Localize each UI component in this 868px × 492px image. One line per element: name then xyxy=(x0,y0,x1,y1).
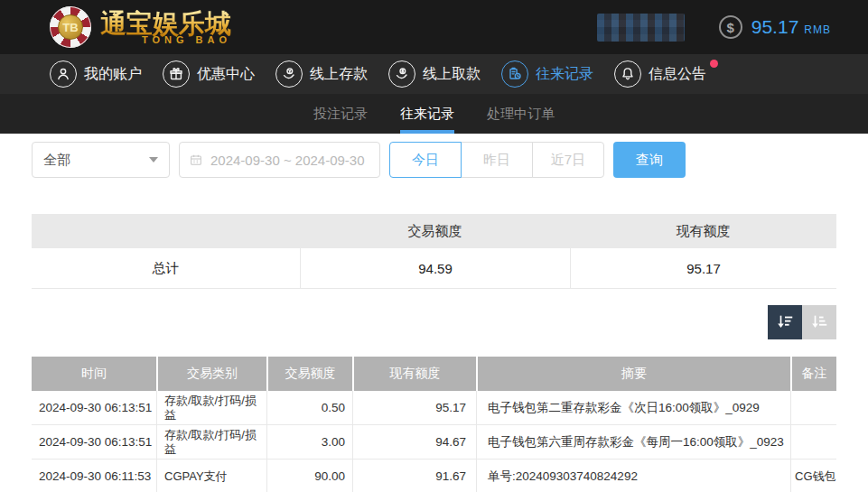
range-yesterday-button[interactable]: 昨日 xyxy=(461,142,533,178)
site-title: 通宝娱乐城 xyxy=(100,10,231,37)
deposit-icon xyxy=(275,60,303,88)
nav-item-promotions[interactable]: 优惠中心 xyxy=(163,60,255,88)
cell-note xyxy=(790,425,836,459)
cell-amount: 90.00 xyxy=(266,460,352,492)
summary-current-total: 95.17 xyxy=(570,248,836,288)
filter-bar: 全部 2024-09-30 ~ 2024-09-30 今日 昨日 近7日 查询 xyxy=(32,142,836,178)
col-header-amount: 交易额度 xyxy=(266,357,352,391)
table-row: 2024-09-30 06:13:51 存款/取款/打码/损益 3.00 94.… xyxy=(32,425,836,460)
cell-note: CG钱包 xyxy=(790,460,836,492)
cell-summary: 电子钱包第六重周存款彩金《每周一16:00领取》_0923 xyxy=(476,425,790,459)
balance-display: $ 95.17 RMB xyxy=(719,15,831,39)
calendar-icon xyxy=(189,153,203,167)
cell-time: 2024-09-30 06:11:53 xyxy=(32,460,156,492)
cell-time: 2024-09-30 06:13:51 xyxy=(32,391,156,424)
sort-ascending-button[interactable] xyxy=(802,305,836,339)
type-filter-value: 全部 xyxy=(43,152,70,169)
cell-amount: 3.00 xyxy=(266,425,352,459)
summary-col-transaction: 交易额度 xyxy=(300,223,570,240)
tab-processing-orders[interactable]: 处理中订单 xyxy=(487,94,555,134)
summary-total-label: 总计 xyxy=(32,248,300,288)
dollar-circle-icon: $ xyxy=(719,15,742,39)
casino-chip-icon: TB xyxy=(50,6,91,48)
summary-table: 交易额度 现有额度 总计 94.59 95.17 xyxy=(32,214,836,289)
sort-controls xyxy=(32,305,836,339)
sort-descending-button[interactable] xyxy=(768,305,802,339)
records-icon xyxy=(501,60,528,88)
sort-descending-icon xyxy=(775,312,795,332)
gift-icon xyxy=(163,60,190,88)
cell-balance: 91.67 xyxy=(352,460,476,492)
nav-item-records[interactable]: 往来记录 xyxy=(501,60,593,88)
table-row: 2024-09-30 06:13:51 存款/取款/打码/损益 0.50 95.… xyxy=(32,391,836,425)
balance-currency: RMB xyxy=(804,23,831,36)
transactions-table: 时间 交易类别 交易额度 现有额度 摘要 备注 2024-09-30 06:13… xyxy=(32,357,836,492)
cell-type: 存款/取款/打码/损益 xyxy=(156,391,266,424)
cell-balance: 95.17 xyxy=(352,391,476,424)
range-today-button[interactable]: 今日 xyxy=(389,142,462,178)
summary-transaction-total: 94.59 xyxy=(300,248,570,288)
table-row: 2024-09-30 06:11:53 CGPAY支付 90.00 91.67 … xyxy=(32,460,836,492)
type-filter-select[interactable]: 全部 xyxy=(32,142,170,178)
tab-betting-records[interactable]: 投注记录 xyxy=(313,94,368,134)
nav-item-my-account[interactable]: 我的账户 xyxy=(50,60,142,88)
col-header-time: 时间 xyxy=(32,357,156,391)
cell-summary: 单号:202409303740824292 xyxy=(476,460,790,492)
chevron-down-icon xyxy=(149,157,158,162)
chip-label: TB xyxy=(58,14,83,40)
summary-col-current: 现有额度 xyxy=(570,223,836,240)
cell-balance: 94.67 xyxy=(352,425,476,459)
main-nav: 我的账户 优惠中心 线上存款 线上取款 往来记录 信息公告 xyxy=(0,54,868,94)
balance-amount: 95.17 xyxy=(751,16,799,38)
user-icon xyxy=(50,60,77,88)
nav-item-announcements[interactable]: 信息公告 xyxy=(614,60,706,88)
col-header-type: 交易类别 xyxy=(156,357,266,391)
search-button[interactable]: 查询 xyxy=(613,142,686,178)
summary-total-row: 总计 94.59 95.17 xyxy=(32,248,836,289)
quick-range-group: 今日 昨日 近7日 xyxy=(389,142,604,178)
nav-item-deposit[interactable]: 线上存款 xyxy=(275,60,368,88)
tab-transaction-records[interactable]: 往来记录 xyxy=(400,94,454,134)
nav-item-withdraw[interactable]: 线上取款 xyxy=(388,60,481,88)
withdraw-icon xyxy=(388,60,415,88)
range-last7days-button[interactable]: 近7日 xyxy=(532,142,604,178)
cell-amount: 0.50 xyxy=(266,391,352,424)
sort-ascending-icon xyxy=(809,312,829,332)
cell-summary: 电子钱包第二重存款彩金《次日16:00领取》_0929 xyxy=(476,391,790,424)
date-range-value: 2024-09-30 ~ 2024-09-30 xyxy=(210,153,365,168)
summary-header-row: 交易额度 现有额度 xyxy=(32,214,836,248)
cell-type: CGPAY支付 xyxy=(156,460,266,492)
bell-icon xyxy=(614,60,641,88)
col-header-note: 备注 xyxy=(790,357,836,391)
main-content: 全部 2024-09-30 ~ 2024-09-30 今日 昨日 近7日 查询 … xyxy=(0,142,868,492)
username-censored xyxy=(597,14,685,42)
cell-time: 2024-09-30 06:13:51 xyxy=(32,425,156,459)
site-logo: TB 通宝娱乐城 TONG BAO xyxy=(50,6,231,48)
col-header-balance: 现有额度 xyxy=(352,357,476,391)
records-subnav: 投注记录 往来记录 处理中订单 xyxy=(0,94,868,134)
cell-type: 存款/取款/打码/损益 xyxy=(156,425,266,459)
cell-note xyxy=(790,391,836,424)
date-range-input[interactable]: 2024-09-30 ~ 2024-09-30 xyxy=(179,142,380,178)
notification-badge-dot xyxy=(710,60,718,68)
top-header: TB 通宝娱乐城 TONG BAO $ 95.17 RMB xyxy=(0,0,868,54)
table-header-row: 时间 交易类别 交易额度 现有额度 摘要 备注 xyxy=(32,357,836,391)
col-header-summary: 摘要 xyxy=(476,357,790,391)
